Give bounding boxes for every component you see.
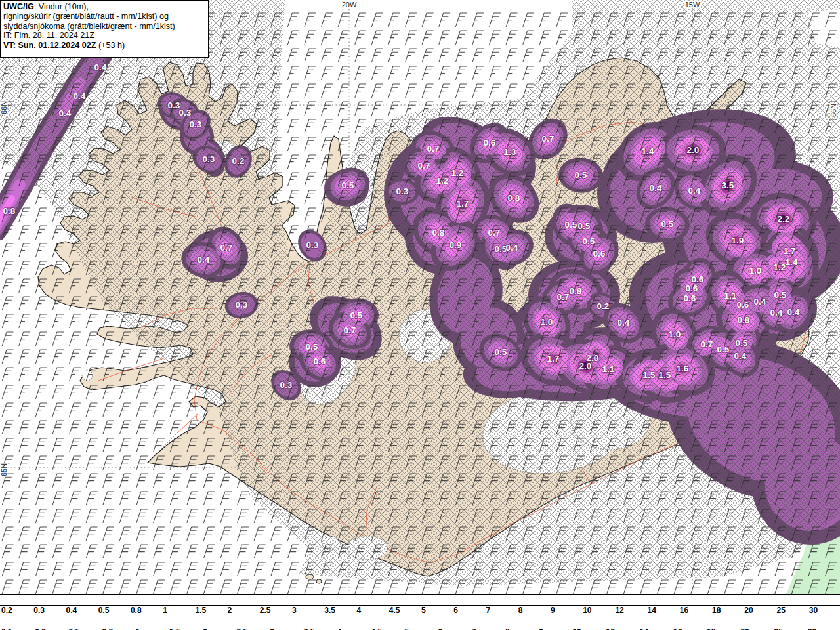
colorbar-tick-label: 4.5 — [389, 606, 400, 615]
colorbar-tick-label: 1 — [163, 606, 167, 615]
colorbar-tick-label: 6 — [453, 606, 458, 615]
precip-value-label: 1.0 — [541, 317, 553, 327]
colorbar-tick-label: 25 — [774, 627, 783, 630]
precip-value-label: 0.8 — [508, 193, 520, 203]
colorbar-tick-label: 5 — [404, 627, 409, 630]
precip-value-label: 0.4 — [59, 108, 72, 118]
colorbar-tick-label: 4.5 — [371, 627, 382, 630]
precip-value-label: 0.3 — [179, 108, 192, 117]
precip-value-label: 1.7 — [784, 246, 796, 256]
colorbar-tick-label: 30 — [808, 627, 816, 630]
precip-value-label: 0.5 — [662, 219, 674, 229]
info-line-2: rigning/skúrir (grænt/blátt/rautt - mm/1… — [3, 12, 205, 22]
colorbar-tick-label: 1.5 — [169, 627, 180, 630]
colorbar-tick-label: 8 — [505, 627, 510, 630]
precip-value-label: 1.4 — [642, 146, 654, 156]
colorbar-tick-label: 0.2 — [1, 606, 12, 615]
precip-value-label: 0.9 — [450, 240, 462, 250]
precip-value-label: 1.2 — [452, 168, 464, 178]
precip-value-label: 0.6 — [314, 356, 326, 366]
precip-value-label: 0.3 — [396, 186, 409, 196]
colorbar-tick-label: 0.3 — [33, 606, 45, 615]
precip-value-label: 2.0 — [579, 361, 592, 371]
colorbar-tick-label: 3 — [270, 627, 275, 630]
precip-value-label: 0.4 — [506, 243, 518, 253]
precip-value-label: 0.2 — [232, 156, 245, 166]
colorbar-tick-label: 4 — [337, 627, 342, 630]
precip-value-label: 1.6 — [677, 364, 689, 373]
colorbar-tick-label: 1.5 — [195, 606, 206, 615]
precip-value-label: 0.4 — [618, 318, 630, 327]
precip-value-label: 0.7 — [418, 161, 430, 171]
colorbar-tick-label: 4 — [357, 606, 362, 615]
colorbar-tick-label: 0.5 — [68, 627, 79, 630]
colorbar-tick-label: 12 — [606, 627, 615, 630]
colorbar-tick-label: 8 — [518, 606, 523, 615]
precip-value-label: 1.3 — [504, 147, 516, 157]
colorbar-tick-label: 12 — [615, 606, 623, 615]
precip-value-label: 0.5 — [717, 345, 730, 354]
colorbar-tick-label: 1 — [136, 627, 140, 630]
colorbar-tick-label: 2.5 — [236, 627, 247, 630]
precip-value-label: 0.7 — [344, 326, 356, 335]
precip-value-label: 0.4 — [788, 307, 800, 317]
precip-value-label: 2.2 — [778, 214, 790, 224]
precip-value-label: 0.8 — [432, 228, 445, 238]
precip-value-label: 0.5 — [774, 290, 787, 300]
colorbar-tick-label: 0.3 — [35, 627, 46, 630]
colorbar-tick-label: 10 — [572, 627, 581, 630]
precip-value-label: 0.3 — [280, 380, 293, 390]
small-island — [316, 579, 322, 583]
weather-map-page: { "info_box": { "line1_bold": "UWC/IG", … — [0, 0, 840, 630]
rain-colorbar: 0.10.30.50.811.522.533.544.5567891012141… — [0, 616, 840, 630]
precip-value-label: 0.7 — [701, 339, 713, 349]
precip-value-label: 0.8 — [570, 286, 582, 296]
colorbar-tick-label: 16 — [673, 627, 682, 630]
colorbar-tick-label: 9 — [551, 606, 555, 615]
precip-value-label: 3.5 — [722, 180, 734, 190]
colorbar-tick-label: 16 — [680, 606, 688, 615]
colorbar-tick-label: 10 — [583, 606, 591, 615]
colorbar-legends: 0.20.30.40.50.811.522.533.544.5567891012… — [0, 594, 840, 630]
info-line-5: VT: Sun. 01.12.2024 02Z (+53 h) — [3, 41, 205, 51]
colorbar-tick-label: 2 — [203, 627, 207, 630]
colorbar-tick-label: 7 — [472, 627, 476, 630]
precip-value-label: 0.4 — [688, 186, 701, 196]
precip-value-label: 0.6 — [692, 274, 704, 284]
precip-value-label: 1.2 — [774, 262, 786, 272]
precip-value-label: 0.7 — [488, 228, 501, 238]
precip-value-label: 0.2 — [597, 301, 610, 311]
product-id: UWC/IG — [3, 2, 34, 11]
precip-value-label: 1.5 — [643, 370, 656, 380]
colorbar-tick-label: 2 — [228, 606, 232, 615]
precip-value-label: 0.5 — [565, 220, 578, 230]
colorbar-tick-label: 0.8 — [102, 627, 114, 630]
colorbar-tick-label: 3.5 — [304, 627, 315, 630]
colorbar-tick-label: 2.5 — [260, 606, 271, 615]
precip-value-label: 0.3 — [203, 154, 215, 164]
precip-value-label: 0.7 — [220, 243, 233, 253]
forecast-map: 0.40.40.40.80.30.30.30.30.20.70.40.30.30… — [0, 0, 840, 594]
precip-value-label: 0.4 — [770, 308, 783, 318]
colorbar-tick-label: 0.8 — [131, 606, 142, 615]
colorbar-tick-label: 6 — [438, 627, 443, 630]
precip-value-label: 1.9 — [732, 236, 744, 245]
info-line-4: IT: Fim. 28. 11. 2024 21Z — [3, 31, 205, 41]
precip-value-label: 0.7 — [542, 134, 555, 144]
precip-value-label: 1.7 — [457, 199, 469, 209]
sleet-snow-colorbar: 0.20.30.40.50.811.522.533.544.5567891012… — [0, 594, 840, 616]
precip-value-label: 0.5 — [578, 221, 591, 231]
precip-value-label: 0.4 — [94, 62, 107, 72]
precip-value-label: 2.0 — [687, 145, 700, 155]
precip-value-label: 1.5 — [659, 370, 671, 380]
precip-value-label: 0.5 — [736, 338, 748, 348]
graticule-label: 65N — [0, 463, 8, 476]
precip-value-label: 0.5 — [306, 342, 318, 352]
precip-value-label: 0.5 — [575, 170, 587, 180]
colorbar-tick-label: 7 — [486, 606, 490, 615]
colorbar-tick-label: 0.5 — [98, 606, 110, 615]
precip-value-label: 0.6 — [684, 293, 696, 303]
colorbar-tick-label: 25 — [777, 606, 786, 615]
colorbar-tick-label: 30 — [809, 606, 818, 615]
precip-value-label: 0.7 — [427, 144, 440, 154]
